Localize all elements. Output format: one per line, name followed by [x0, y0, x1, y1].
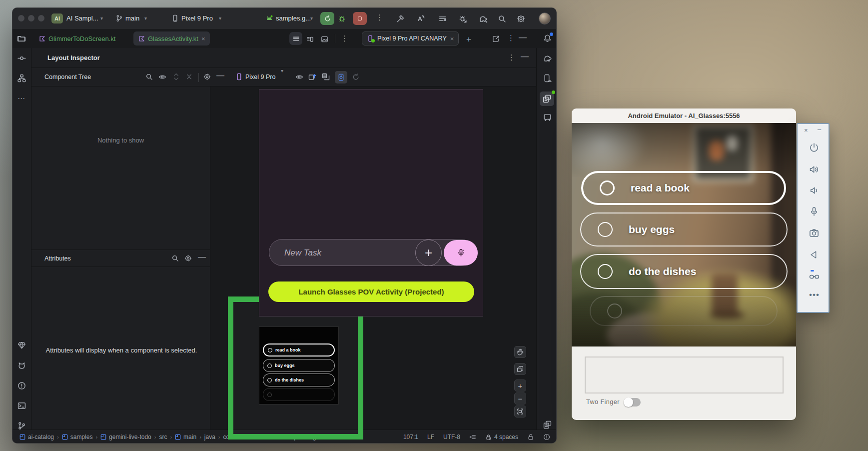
microphone-icon[interactable] — [809, 206, 819, 216]
debug-button[interactable] — [338, 14, 346, 22]
tab-glassesactivity[interactable]: GlassesActivity.kt × — [133, 32, 210, 46]
tree-hide-icon[interactable]: — — [216, 71, 224, 80]
add-task-button[interactable]: + — [415, 240, 442, 266]
projected-display-preview[interactable]: read a book buy eggs do the dishes — [259, 326, 339, 404]
radio-circle-icon[interactable] — [598, 264, 613, 279]
snapshot-list-icon[interactable] — [322, 73, 330, 81]
run-configuration-selector[interactable]: samples.g... — [276, 8, 311, 29]
export-snapshot-icon[interactable] — [308, 73, 316, 81]
breadcrumb-item[interactable]: java — [204, 434, 215, 440]
gemini-chat-icon[interactable] — [543, 114, 552, 122]
sync-with-a-icon[interactable] — [417, 14, 425, 23]
launch-glasses-pov-button[interactable]: Launch Glasses POV Activity (Projected) — [268, 282, 474, 302]
notifications-bell-icon[interactable] — [543, 34, 552, 42]
add-device-icon[interactable]: + — [466, 34, 471, 44]
branch-selector[interactable]: main — [125, 8, 139, 29]
breadcrumb-module[interactable]: gemini-live-todo — [100, 434, 151, 440]
target-device-selector[interactable]: Pixel 9 Pro — [181, 8, 213, 29]
traffic-zoom-button[interactable] — [38, 15, 44, 22]
editor-detail-view-icon[interactable] — [306, 36, 314, 43]
minimize-icon[interactable]: – — [818, 126, 821, 133]
build-hammer-icon[interactable] — [396, 14, 405, 23]
editor-gallery-view-icon[interactable] — [321, 36, 328, 43]
run-more-vert-icon[interactable]: ⋮ — [376, 13, 383, 22]
file-encoding[interactable]: UTF-8 — [443, 434, 460, 440]
li-hide-icon[interactable]: — — [521, 52, 529, 61]
refresh-icon[interactable] — [352, 73, 360, 81]
zoom-to-fit-button[interactable] — [514, 406, 526, 418]
search-everywhere-icon[interactable] — [498, 14, 506, 23]
project-tool-icon[interactable] — [17, 34, 26, 43]
radio-circle-icon[interactable] — [598, 222, 613, 237]
phone-screen-preview[interactable]: New Task + Launch Glasses POV Activity (… — [259, 89, 483, 316]
terminal-tool-icon[interactable] — [17, 402, 26, 410]
caret-position[interactable]: 107:1 — [403, 434, 418, 440]
tree-settings-gear-icon[interactable] — [203, 73, 211, 80]
problems-tool-icon[interactable] — [17, 382, 26, 390]
attributes-gear-icon[interactable] — [184, 254, 192, 262]
gemini-diamond-icon[interactable] — [17, 341, 26, 350]
attributes-hide-icon[interactable]: — — [198, 252, 206, 262]
tree-search-icon[interactable] — [145, 73, 153, 80]
gradle-sync-elephant-icon[interactable] — [479, 14, 488, 24]
project-selector[interactable]: AI Sampl... — [66, 8, 98, 29]
running-device-tab[interactable]: Pixel 9 Pro API CANARY × — [362, 32, 459, 46]
indent-size[interactable]: 4 spaces — [485, 434, 518, 440]
tab-glimmertodoscreen[interactable]: GlimmerToDoScreen.kt — [34, 32, 120, 46]
collapse-all-icon[interactable] — [185, 73, 193, 80]
indent-style-icon[interactable] — [469, 434, 476, 440]
apply-changes-bug-icon[interactable] — [459, 14, 467, 23]
tree-visibility-eye-icon[interactable] — [158, 73, 166, 81]
todo-pill[interactable]: buy eggs — [580, 212, 788, 246]
radio-circle-icon[interactable] — [600, 180, 615, 196]
layout-inspector-tool-selected[interactable] — [540, 92, 554, 106]
close-icon[interactable]: × — [804, 126, 808, 134]
close-tab-icon[interactable]: × — [201, 35, 205, 42]
glasses-icon[interactable] — [809, 271, 820, 282]
open-in-window-icon[interactable] — [492, 35, 500, 42]
traffic-minimize-button[interactable] — [28, 15, 34, 22]
power-icon[interactable] — [809, 142, 819, 152]
breadcrumb-module[interactable]: main — [175, 434, 196, 440]
layout-inspector-snapshot-icon[interactable] — [543, 420, 552, 429]
volume-up-icon[interactable] — [809, 164, 819, 174]
zoom-out-button[interactable]: − — [514, 392, 526, 404]
two-finger-toggle[interactable] — [624, 398, 641, 406]
editor-more-vert-icon[interactable]: ⋮ — [341, 34, 348, 43]
view-options-eye-icon[interactable] — [295, 73, 303, 81]
stop-button[interactable] — [353, 12, 367, 25]
logcat-tool-icon[interactable] — [17, 362, 26, 370]
todo-pill[interactable]: do the dishes — [580, 254, 788, 289]
traffic-close-button[interactable] — [18, 15, 24, 22]
component-tree-pane[interactable]: Nothing to show — [31, 86, 210, 250]
zoom-in-button[interactable]: + — [514, 380, 526, 392]
inspector-device-selector[interactable]: Pixel 9 Pro — [245, 74, 275, 80]
commit-tool-icon[interactable] — [17, 54, 26, 62]
todo-pill-focused[interactable]: read a book — [581, 171, 786, 205]
panel-more-vert-icon[interactable]: ⋮ — [507, 34, 515, 42]
breadcrumb-module[interactable]: samples — [62, 434, 93, 440]
back-icon[interactable] — [809, 250, 819, 260]
device-manager-icon[interactable] — [543, 74, 552, 82]
trackpad-area[interactable] — [585, 356, 784, 394]
structure-tool-icon[interactable] — [17, 74, 26, 82]
settings-gear-icon[interactable] — [517, 14, 525, 23]
new-task-input[interactable]: New Task + — [269, 239, 474, 266]
breadcrumb-item[interactable]: src — [159, 434, 167, 440]
emulator-screen[interactable]: read a book buy eggs do the dishes — [572, 123, 796, 346]
expand-all-icon[interactable] — [172, 73, 180, 80]
readonly-lock-icon[interactable] — [527, 434, 534, 440]
voice-input-button[interactable] — [444, 240, 478, 266]
hide-panel-icon[interactable]: — — [519, 33, 527, 42]
volume-down-icon[interactable] — [809, 186, 819, 196]
more-tools-icon[interactable]: ⋯ — [17, 94, 25, 103]
gradle-tool-icon[interactable] — [543, 54, 552, 63]
pan-mode-button[interactable] — [514, 346, 526, 358]
breadcrumb-module[interactable]: ai-catalog — [19, 434, 54, 440]
rotation-3d-button[interactable] — [514, 363, 526, 375]
restore-lines-icon[interactable] — [438, 14, 447, 23]
close-device-tab-icon[interactable]: × — [450, 35, 454, 42]
live-updates-toggle-selected[interactable] — [335, 71, 347, 84]
camera-icon[interactable] — [809, 228, 819, 238]
editor-list-view-button[interactable] — [289, 32, 302, 45]
